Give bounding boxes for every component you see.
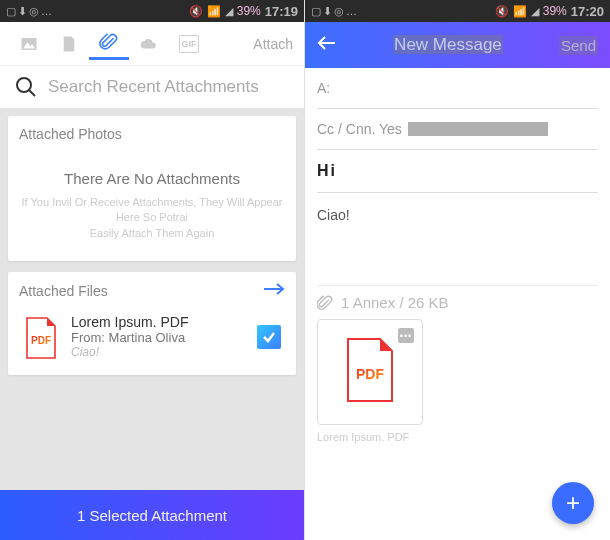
- file-row[interactable]: PDF Lorem Ipsum. PDF From: Martina Oliva…: [19, 300, 285, 365]
- selected-label: 1 Selected Attachment: [77, 507, 227, 524]
- attach-label[interactable]: Attach: [253, 36, 295, 52]
- cc-redacted: [408, 122, 548, 136]
- body-text: Ciao!: [317, 207, 350, 223]
- subject-text: Hi: [317, 162, 337, 180]
- search-row[interactable]: Search Recent Attachments: [0, 66, 304, 108]
- download-status-icon: ⬇: [323, 5, 332, 18]
- pdf-thumb-icon: PDF: [344, 337, 396, 407]
- more-status-icon: …: [346, 5, 357, 17]
- pdf-file-icon: PDF: [23, 316, 59, 358]
- tab-cloud[interactable]: [129, 29, 169, 59]
- card-title-files: Attached Files: [19, 283, 108, 299]
- empty-subtitle: If You Invil Or Receive Attachments, The…: [19, 195, 285, 241]
- to-field[interactable]: A:: [317, 68, 598, 109]
- card-title-photos: Attached Photos: [19, 126, 122, 142]
- subject-field[interactable]: Hi: [317, 150, 598, 193]
- status-bar-left: ▢ ⬇ ◎ … 🔇 📶 ◢ 39% 17:19: [0, 0, 304, 22]
- arrow-right-icon[interactable]: [263, 282, 285, 300]
- page-title: New Message: [347, 35, 549, 55]
- attachment-tabs: GIF Attach: [0, 22, 304, 66]
- signal-icon: ◢: [225, 5, 233, 18]
- search-placeholder: Search Recent Attachments: [48, 77, 259, 97]
- empty-state: There Are No Attachments If You Invil Or…: [19, 142, 285, 251]
- compose-fab[interactable]: +: [552, 482, 594, 524]
- compose-form: A: Cc / Cnn. Yes Hi Ciao!: [305, 68, 610, 285]
- battery-label: 39%: [543, 4, 567, 18]
- content-area: Attached Photos There Are No Attachments…: [0, 108, 304, 490]
- svg-text:PDF: PDF: [31, 335, 51, 346]
- svg-text:PDF: PDF: [356, 366, 384, 382]
- signal-icon: ◢: [531, 5, 539, 18]
- mute-icon: 🔇: [189, 5, 203, 18]
- body-field[interactable]: Ciao!: [317, 193, 598, 285]
- attach-summary: 1 Annex / 26 KB: [341, 294, 449, 311]
- empty-title: There Are No Attachments: [19, 170, 285, 187]
- back-button[interactable]: [317, 33, 337, 57]
- arrow-left-icon: [317, 33, 337, 53]
- card-attached-photos: Attached Photos There Are No Attachments…: [8, 116, 296, 261]
- battery-label: 39%: [237, 4, 261, 18]
- attach-caption: Lorem Ipsum. PDF: [317, 431, 598, 443]
- document-icon: [59, 35, 79, 53]
- attach-thumbnail[interactable]: ••• PDF: [317, 319, 423, 425]
- status-bar-right: ▢ ⬇ ◎ … 🔇 📶 ◢ 39% 17:20: [305, 0, 610, 22]
- tab-gif[interactable]: GIF: [169, 29, 209, 59]
- more-status-icon: …: [41, 5, 52, 17]
- attach-more-button[interactable]: •••: [398, 328, 414, 343]
- selected-bar[interactable]: 1 Selected Attachment: [0, 490, 304, 540]
- tab-photos[interactable]: [9, 29, 49, 59]
- wifi-icon: 📶: [513, 5, 527, 18]
- image-status-icon: ▢: [311, 5, 321, 18]
- instagram-status-icon: ◎: [334, 5, 344, 18]
- image-icon: [19, 35, 39, 53]
- check-icon: [262, 330, 276, 344]
- clock-label: 17:19: [265, 4, 298, 19]
- search-icon: [14, 75, 38, 99]
- download-status-icon: ⬇: [18, 5, 27, 18]
- cc-label: Cc / Cnn. Yes: [317, 121, 402, 137]
- plus-icon: +: [566, 489, 580, 517]
- file-from: From: Martina Oliva: [71, 330, 245, 345]
- tab-documents[interactable]: [49, 29, 89, 59]
- image-status-icon: ▢: [6, 5, 16, 18]
- svg-point-2: [17, 78, 31, 92]
- instagram-status-icon: ◎: [29, 5, 39, 18]
- cloud-icon: [139, 35, 159, 53]
- tab-recent[interactable]: [89, 27, 129, 60]
- file-name: Lorem Ipsum. PDF: [71, 314, 245, 330]
- wifi-icon: 📶: [207, 5, 221, 18]
- send-button[interactable]: Send: [559, 36, 598, 55]
- card-attached-files: Attached Files PDF Lorem Ipsum. PDF F: [8, 272, 296, 375]
- clock-label: 17:20: [571, 4, 604, 19]
- to-label: A:: [317, 80, 330, 96]
- compose-header: New Message Send: [305, 22, 610, 68]
- paperclip-icon: [99, 33, 119, 51]
- screen-attachments: ▢ ⬇ ◎ … 🔇 📶 ◢ 39% 17:19 GIF Attach: [0, 0, 305, 540]
- attach-header: 1 Annex / 26 KB: [317, 285, 598, 319]
- gif-icon: GIF: [179, 35, 199, 53]
- attach-section: 1 Annex / 26 KB ••• PDF Lorem Ipsum. PDF: [305, 285, 610, 443]
- file-checkbox[interactable]: [257, 325, 281, 349]
- cc-field[interactable]: Cc / Cnn. Yes: [317, 109, 598, 150]
- screen-compose: ▢ ⬇ ◎ … 🔇 📶 ◢ 39% 17:20 New Message Send…: [305, 0, 610, 540]
- svg-line-3: [29, 90, 35, 96]
- paperclip-icon: [317, 295, 333, 311]
- file-subject: Ciao!: [71, 345, 245, 359]
- mute-icon: 🔇: [495, 5, 509, 18]
